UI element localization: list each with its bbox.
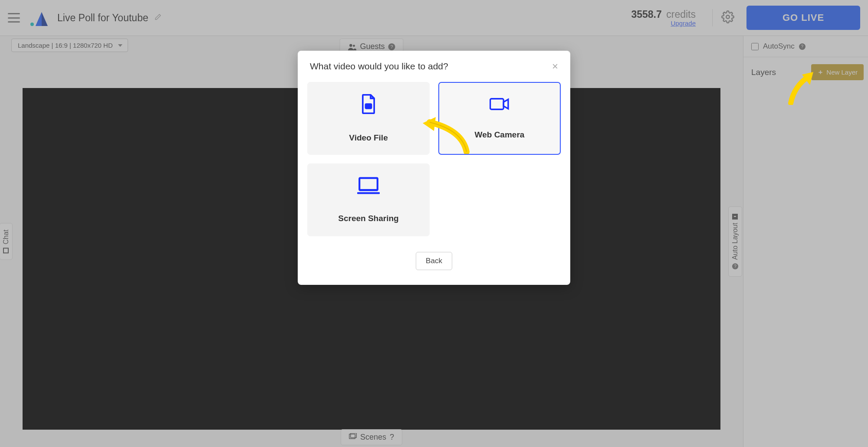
option-label: Video File (349, 133, 388, 143)
option-label: Web Camera (475, 130, 525, 140)
option-video-file[interactable]: Video File (307, 82, 430, 155)
option-screen-sharing[interactable]: Screen Sharing (307, 163, 430, 236)
web-camera-icon (490, 97, 510, 113)
screen-sharing-icon (357, 176, 380, 196)
svg-rect-8 (359, 178, 378, 190)
option-web-camera[interactable]: Web Camera (438, 82, 561, 155)
svg-rect-7 (490, 99, 504, 110)
video-file-icon (360, 94, 377, 116)
close-icon[interactable]: × (552, 61, 558, 72)
modal-overlay: What video would you like to add? × Vide… (0, 0, 868, 447)
modal-title: What video would you like to add? (310, 61, 448, 72)
svg-rect-6 (365, 104, 371, 108)
option-label: Screen Sharing (338, 214, 398, 223)
back-button[interactable]: Back (416, 252, 452, 270)
add-video-modal: What video would you like to add? × Vide… (298, 51, 570, 285)
